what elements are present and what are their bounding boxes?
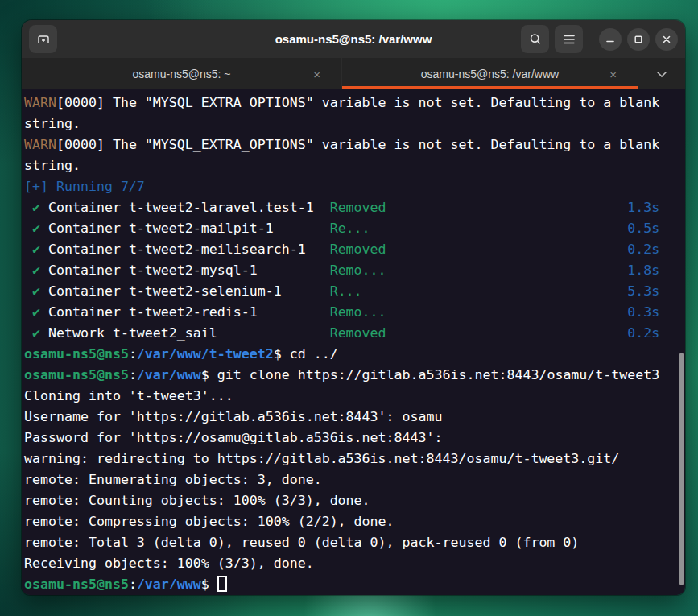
terminal-line: remote: Counting objects: 100% (3/3), do… [24,490,685,511]
minimize-button[interactable] [599,28,622,51]
terminal-text-segment: ✔ [24,200,40,215]
terminal-text-segment: Remo... [330,304,386,320]
tab-label: osamu-ns5@ns5: /var/www [421,68,559,81]
maximize-button[interactable] [627,28,650,51]
terminal-text-segment: remote: Compressing objects: 100% (2/2),… [24,514,394,529]
terminal-line: string. [24,155,685,176]
terminal-line: Receiving objects: 100% (3/3), done. [24,553,685,574]
terminal-text-segment: Removed [330,325,386,341]
terminal-text-segment: Remo... [330,263,386,278]
tab-var-www[interactable]: osamu-ns5@ns5: /var/www × [341,58,638,89]
terminal-text-segment: 0.2s [627,242,659,257]
tab-close-icon[interactable]: × [609,68,617,80]
terminal-line: [+] Running 7/7 [24,176,685,197]
terminal-text-segment: Re... [330,221,370,236]
search-button[interactable] [521,25,549,53]
terminal-line: Username for 'https://gitlab.a536is.net:… [24,407,685,428]
terminal-line: remote: Total 3 (delta 0), reused 0 (del… [24,532,685,553]
terminal-line: ✔ Container t-tweet2-mysql-1 Remo... 1.8… [24,260,685,281]
terminal-text-segment: 0.2s [627,325,659,341]
terminal-text-segment: $ git clone https://gitlab.a536is.net:84… [201,367,659,382]
terminal-text-segment: [+] Running 7/7 [24,179,145,194]
terminal-text-segment: 1.8s [627,263,659,278]
terminal-text-segment: ✔ [24,242,40,257]
terminal-line: ✔ Container t-tweet2-selenium-1 R... 5.3… [24,281,685,302]
terminal-text-segment: ✔ [24,304,40,320]
terminal-line: osamu-ns5@ns5:/var/www$ git clone https:… [24,365,685,386]
terminal-cursor [217,576,227,592]
terminal-text-segment: Network t-tweet2_sail [40,325,330,341]
terminal-text-segment: osamu-ns5@ns5 [24,367,129,382]
new-tab-icon [36,32,51,47]
terminal-text-segment: WARN [24,95,56,110]
terminal-text-segment: Container t-tweet2-meilisearch-1 [40,242,330,257]
terminal-text-segment: Container t-tweet2-redis-1 [40,304,330,320]
terminal-line: Cloning into 't-tweet3'... [24,386,685,407]
terminal-text-segment [386,304,628,320]
terminal-text-segment: Container t-tweet2-mysql-1 [40,263,330,278]
tab-close-icon[interactable]: × [313,68,320,80]
terminal-line: ✔ Container t-tweet2-laravel.test-1 Remo… [24,197,685,218]
terminal-text-segment [386,200,628,215]
terminal-line: remote: Enumerating objects: 3, done. [24,469,685,490]
terminal-text-segment: : [129,346,137,362]
terminal-text-segment: $ cd ../ [274,346,338,362]
terminal-text-segment: Username for 'https://gitlab.a536is.net:… [24,409,443,424]
terminal-text-segment: ✔ [24,263,40,278]
terminal-text-segment: Container t-tweet2-mailpit-1 [40,221,330,236]
new-tab-button[interactable] [29,25,57,53]
terminal-text-segment: 0.3s [627,304,659,320]
terminal-output[interactable]: WARN[0000] The "MYSQL_EXTRA_OPTIONS" var… [22,89,685,595]
terminal-text-segment: ✔ [24,283,40,299]
terminal-lines: WARN[0000] The "MYSQL_EXTRA_OPTIONS" var… [24,93,685,595]
terminal-text-segment: /var/www [137,367,201,382]
terminal-text-segment: ✔ [24,221,40,236]
terminal-text-segment: osamu-ns5@ns5 [24,577,129,592]
terminal-text-segment: remote: Enumerating objects: 3, done. [24,472,322,487]
menu-button[interactable] [555,25,583,53]
terminal-text-segment: Container t-tweet2-laravel.test-1 [40,200,330,215]
terminal-line: WARN[0000] The "MYSQL_EXTRA_OPTIONS" var… [24,93,685,114]
minimize-icon [605,35,615,44]
terminal-text-segment [386,325,628,341]
close-icon [662,35,671,44]
terminal-text-segment: remote: Counting objects: 100% (3/3), do… [24,493,370,508]
desktop-background: osamu-ns5@ns5: /var/www [0,0,698,616]
terminal-line: remote: Compressing objects: 100% (2/2),… [24,511,685,532]
terminal-line: osamu-ns5@ns5:/var/www/t-tweet2$ cd ../ [24,344,685,365]
terminal-window: osamu-ns5@ns5: /var/www [22,20,685,595]
terminal-text-segment: : [129,367,137,382]
terminal-text-segment: 5.3s [627,283,659,299]
terminal-line: ✔ Network t-tweet2_sail Removed 0.2s [24,323,685,344]
terminal-text-segment: $ [201,577,217,592]
terminal-line: Password for 'https://osamu@gitlab.a536i… [24,428,685,449]
titlebar-controls [521,25,678,53]
terminal-text-segment: string. [24,158,81,173]
menu-icon [563,34,576,45]
terminal-line: ✔ Container t-tweet2-redis-1 Remo... 0.3… [24,302,685,323]
terminal-text-segment: R... [330,283,362,299]
terminal-text-segment [362,283,628,299]
terminal-text-segment: Removed [330,200,386,215]
terminal-text-segment: remote: Total 3 (delta 0), reused 0 (del… [24,535,579,550]
terminal-text-segment: Container t-tweet2-selenium-1 [40,283,330,299]
tab-home[interactable]: osamu-ns5@ns5: ~ × [22,58,341,89]
terminal-text-segment: Receiving objects: 100% (3/3), done. [24,556,314,571]
tab-list-button[interactable] [638,58,685,89]
tab-label: osamu-ns5@ns5: ~ [133,68,231,81]
chevron-down-icon [656,67,667,81]
maximize-icon [634,35,643,44]
scrollbar[interactable] [679,353,684,585]
close-button[interactable] [655,28,678,51]
terminal-line: WARN[0000] The "MYSQL_EXTRA_OPTIONS" var… [24,134,685,155]
terminal-line: ✔ Container t-tweet2-mailpit-1 Re... 0.5… [24,218,685,239]
terminal-line: osamu-ns5@ns5:/var/www$ [24,574,685,595]
terminal-text-segment: : [129,577,137,592]
tab-bar: osamu-ns5@ns5: ~ × osamu-ns5@ns5: /var/w… [22,58,685,89]
search-icon [528,32,543,47]
terminal-text-segment: Cloning into 't-tweet3'... [24,388,233,403]
terminal-text-segment: /var/www/t-tweet2 [137,346,274,362]
terminal-text-segment: ✔ [24,325,40,341]
terminal-text-segment: 0.5s [627,221,659,236]
terminal-text-segment: osamu-ns5@ns5 [24,346,129,362]
